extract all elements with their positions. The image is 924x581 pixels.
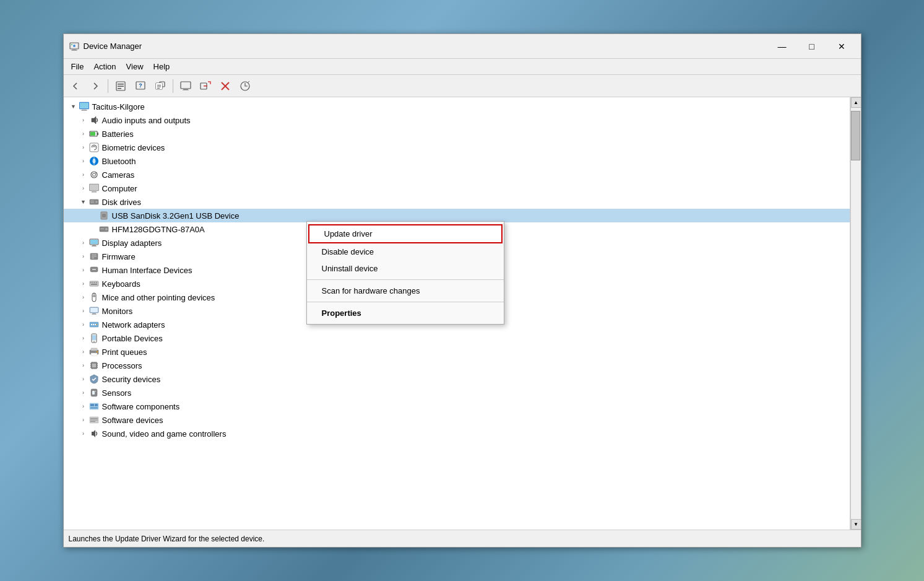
- svg-rect-18: [181, 82, 191, 89]
- context-scan[interactable]: Scan for hardware changes: [307, 282, 504, 299]
- properties-button[interactable]: [111, 77, 130, 95]
- forward-button[interactable]: [86, 77, 105, 95]
- expand-biometric[interactable]: ›: [79, 142, 89, 152]
- scroll-thumb[interactable]: [851, 111, 860, 160]
- expand-softwarecomp[interactable]: ›: [79, 401, 89, 411]
- expand-computer[interactable]: ›: [79, 183, 89, 193]
- svg-rect-67: [91, 284, 97, 285]
- context-properties[interactable]: Properties: [307, 305, 504, 321]
- help-icon-button[interactable]: [151, 77, 170, 95]
- svg-rect-105: [95, 404, 98, 406]
- expand-monitors[interactable]: ›: [79, 306, 89, 316]
- tree-batteries[interactable]: › Batteries: [64, 127, 850, 141]
- menu-help[interactable]: Help: [149, 61, 175, 72]
- tree-diskdrives[interactable]: ▼ Disk drives: [64, 195, 850, 209]
- window-title: Device Manager: [84, 42, 768, 51]
- tree-print[interactable]: › Print queues: [64, 345, 850, 359]
- expand-sound[interactable]: ›: [79, 429, 89, 439]
- display-icon: [89, 237, 100, 248]
- expand-security[interactable]: ›: [79, 374, 89, 384]
- tree-softwaredev[interactable]: › Software devices: [64, 413, 850, 427]
- tree-bluetooth[interactable]: › Bluetooth: [64, 154, 850, 168]
- svg-rect-84: [91, 353, 97, 356]
- expand-network[interactable]: ›: [79, 320, 89, 330]
- sound-label: Sound, video and game controllers: [102, 429, 227, 439]
- tree-root[interactable]: ▼ Tacitus-Kilgore: [64, 100, 850, 113]
- expand-audio[interactable]: ›: [79, 115, 89, 125]
- svg-rect-104: [90, 404, 94, 406]
- hid-icon: [89, 264, 100, 276]
- svg-rect-42: [92, 191, 97, 193]
- diskdrives-label: Disk drives: [102, 198, 142, 207]
- hfm-icon: [98, 224, 110, 235]
- svg-point-38: [92, 173, 95, 177]
- mice-icon: [89, 292, 100, 303]
- svg-rect-53: [90, 240, 98, 244]
- monitor-button[interactable]: [176, 77, 195, 95]
- tree-biometric[interactable]: › Biometric devices: [64, 141, 850, 154]
- context-uninstall-device[interactable]: Uninstall device: [307, 260, 504, 277]
- close-button[interactable]: ✕: [827, 37, 856, 56]
- expand-print[interactable]: ›: [79, 347, 89, 357]
- expand-diskdrives[interactable]: ▼: [79, 197, 89, 207]
- svg-rect-73: [92, 314, 97, 315]
- scroll-track[interactable]: [851, 108, 861, 519]
- expand-firmware[interactable]: ›: [79, 251, 89, 261]
- expand-hid[interactable]: ›: [79, 265, 89, 275]
- expand-bluetooth[interactable]: ›: [79, 156, 89, 166]
- menu-view[interactable]: View: [121, 61, 149, 72]
- processors-icon: [89, 360, 100, 371]
- context-update-driver[interactable]: Update driver: [308, 224, 503, 243]
- menu-file[interactable]: File: [66, 61, 89, 72]
- tree-sensors[interactable]: › Sensors: [64, 386, 850, 400]
- svg-rect-59: [92, 258, 94, 258]
- svg-rect-106: [90, 408, 98, 409]
- svg-rect-61: [92, 269, 96, 270]
- tree-sound[interactable]: › Sound, video and game controllers: [64, 427, 850, 440]
- expand-keyboards[interactable]: ›: [79, 279, 89, 289]
- svg-rect-78: [97, 324, 97, 325]
- add-device-button[interactable]: [196, 77, 215, 95]
- expand-softwaredev[interactable]: ›: [79, 415, 89, 425]
- context-sep-2: [307, 302, 504, 302]
- scroll-up[interactable]: ▲: [851, 97, 861, 108]
- svg-marker-111: [92, 430, 95, 437]
- tree-processors[interactable]: ›: [64, 359, 850, 372]
- batteries-label: Batteries: [102, 129, 134, 139]
- tree-audio[interactable]: › Audio inputs and outputs: [64, 113, 850, 127]
- expand-mice[interactable]: ›: [79, 292, 89, 302]
- computer-label: Computer: [102, 184, 137, 193]
- minimize-button[interactable]: —: [768, 37, 797, 56]
- expand-portable[interactable]: ›: [79, 333, 89, 343]
- tree-usb-sandisk[interactable]: USB SanDisk 3.2Gen1 USB Device: [64, 209, 850, 222]
- menu-bar: File Action View Help: [64, 59, 861, 75]
- svg-rect-45: [90, 201, 94, 201]
- expand-cameras[interactable]: ›: [79, 170, 89, 180]
- scroll-down[interactable]: ▼: [851, 519, 861, 530]
- context-sep-1: [307, 279, 504, 280]
- maximize-button[interactable]: □: [798, 37, 826, 56]
- tree-security[interactable]: › Security devices: [64, 372, 850, 386]
- softwaredev-icon: [89, 414, 100, 426]
- expand-sensors[interactable]: ›: [79, 388, 89, 398]
- expand-batteries[interactable]: ›: [79, 129, 89, 139]
- context-disable-device[interactable]: Disable device: [307, 243, 504, 260]
- update-driver-button[interactable]: ?: [131, 77, 150, 95]
- device-tree[interactable]: ▼ Tacitus-Kilgore ›: [64, 97, 850, 530]
- back-button[interactable]: [66, 77, 85, 95]
- biometric-label: Biometric devices: [102, 143, 165, 152]
- expand-processors[interactable]: ›: [79, 360, 89, 370]
- tree-computer[interactable]: › Computer: [64, 181, 850, 195]
- window-controls: — □ ✕: [768, 37, 856, 56]
- svg-rect-83: [91, 348, 97, 351]
- expand-root[interactable]: ▼: [69, 102, 79, 111]
- tree-portable[interactable]: › Portable Devices: [64, 331, 850, 345]
- tree-softwarecomp[interactable]: › Software components: [64, 400, 850, 413]
- scrollbar[interactable]: ▲ ▼: [850, 97, 861, 530]
- scan-button[interactable]: [236, 77, 254, 95]
- remove-button[interactable]: [216, 77, 235, 95]
- expand-display[interactable]: ›: [79, 238, 89, 248]
- svg-rect-51: [100, 229, 104, 229]
- tree-cameras[interactable]: › Cameras: [64, 168, 850, 181]
- menu-action[interactable]: Action: [89, 61, 121, 72]
